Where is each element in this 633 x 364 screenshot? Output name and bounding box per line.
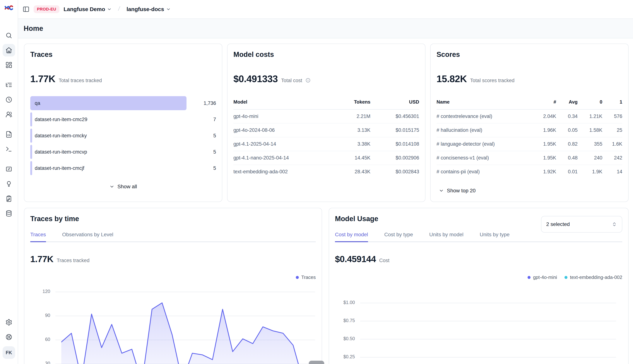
score-table-row: # contains-pii (eval)1.92K0.011.9K14 (436, 165, 622, 178)
bar-value: 5 (213, 149, 216, 155)
total-cost-label: Total cost (281, 78, 302, 84)
org-switcher[interactable]: Langfuse Demo (64, 6, 112, 12)
chevron-down-icon (109, 184, 115, 189)
langfuse-logo-icon (4, 3, 14, 12)
bar-label: dataset-run-item-cmc29 (35, 117, 87, 122)
tab-cost-by-type[interactable]: Cost by type (384, 232, 413, 242)
trace-bar-row: dataset-run-item-cmc297 (30, 112, 216, 126)
breadcrumb-separator (116, 5, 123, 13)
life-buoy-icon (5, 334, 12, 340)
langfuse-logo[interactable] (4, 3, 14, 12)
dashboards-icon (5, 62, 12, 68)
cost-table-row: gpt-4o-2024-08-063.13K$0.015175 (233, 123, 419, 137)
environment-badge: PROD-EU (34, 5, 60, 13)
gridline (360, 303, 616, 303)
bar-fill (30, 161, 32, 175)
sidebar-item-playground[interactable] (3, 143, 15, 156)
traces-by-time-tabs: TracesObservations by Level (30, 232, 316, 242)
sidebar-item-sessions[interactable] (3, 94, 15, 106)
show-top-20-button[interactable]: Show top 20 (436, 187, 478, 194)
info-icon[interactable] (305, 78, 311, 83)
database-icon (5, 210, 12, 217)
gridline (360, 321, 616, 321)
trace-bar-row: dataset-run-item-cmcky5 (30, 129, 216, 143)
model-usage-card: Model Usage 2 selected Cost by modelCost… (329, 208, 628, 364)
sidebar: FK (0, 0, 18, 364)
page-title: Home (24, 24, 43, 32)
model-select[interactable]: 2 selected (541, 216, 622, 232)
sidebar-toggle-button[interactable] (23, 6, 30, 13)
score-table-row: # conciseness-v1 (eval)1.95K0.48240242 (436, 151, 622, 165)
langfuse-app: FK PROD-EU Langfuse Demo langfuse-docs H… (0, 0, 633, 364)
bar-fill (30, 145, 32, 159)
sidebar-item-dashboards[interactable] (3, 59, 15, 71)
sidebar-item-settings[interactable] (3, 316, 15, 328)
topbar: PROD-EU Langfuse Demo langfuse-docs (18, 0, 633, 18)
bar-value: 1,736 (204, 100, 216, 106)
chevrons-up-down-icon (611, 222, 617, 227)
clock-icon (5, 96, 12, 103)
show-all-label: Show all (118, 184, 137, 190)
sidebar-item-datasets[interactable] (3, 207, 15, 220)
user-avatar[interactable]: FK (3, 346, 15, 359)
file-code-icon (5, 131, 12, 138)
main-area: PROD-EU Langfuse Demo langfuse-docs Home… (18, 0, 633, 364)
chevron-down-icon (439, 188, 444, 193)
sidebar-item-evaluation[interactable] (3, 163, 15, 175)
usage-cost-label: Cost (379, 258, 390, 264)
tab-units-by-type[interactable]: Units by type (480, 232, 510, 242)
list-tree-icon (5, 82, 12, 88)
y-tick-label: $0.25 (335, 354, 355, 360)
bar-fill (30, 129, 32, 143)
page-header: Home (18, 18, 633, 38)
tab-cost-by-model[interactable]: Cost by model (335, 232, 368, 242)
scrollbar-thumb[interactable] (309, 361, 324, 364)
clipboard-pen-icon (5, 195, 12, 202)
show-all-button[interactable]: Show all (107, 183, 139, 190)
bar-label: dataset-run-item-cmcjf (35, 166, 84, 171)
bar-fill (30, 96, 187, 110)
cost-table-row: gpt-4.1-nano-2025-04-1414.45K$0.002906 (233, 151, 419, 165)
chevron-down-icon (166, 7, 171, 12)
cost-table-header: Model Tokens USD (233, 99, 419, 105)
bar-fill (30, 112, 32, 126)
y-tick-label: $0.75 (335, 318, 355, 323)
traces-tracked-value: 1.77K (30, 254, 53, 264)
y-tick-label: $1.00 (335, 300, 355, 305)
users-icon (5, 111, 12, 118)
traces-by-time-title: Traces by time (30, 215, 316, 223)
scores-total-label: Total scores tracked (470, 78, 514, 84)
gridline (360, 339, 616, 340)
sidebar-item-users[interactable] (3, 108, 15, 121)
tab-units-by-model[interactable]: Units by model (429, 232, 463, 242)
project-name: langfuse-docs (127, 6, 164, 12)
y-tick-label: 90 (30, 313, 50, 318)
bar-label: dataset-run-item-cmcky (35, 133, 87, 138)
trace-bar-row: qa1,736 (30, 96, 216, 110)
show-top-20-label: Show top 20 (447, 188, 476, 194)
gridline (360, 357, 616, 358)
tab-traces[interactable]: Traces (30, 232, 46, 242)
cost-table-body: gpt-4o-mini2.21M$0.456301gpt-4o-2024-08-… (233, 110, 419, 178)
model-costs-card: Model costs $0.491333 Total cost Model T… (227, 44, 425, 202)
sidebar-item-suggestions[interactable] (3, 178, 15, 190)
traces-tracked-label: Traces tracked (57, 258, 90, 264)
tab-observations-by-level[interactable]: Observations by Level (62, 232, 113, 242)
traces-card-title: Traces (30, 50, 216, 58)
score-table-row: # contextrelevance (eval)2.04K0.341.21K5… (436, 110, 622, 123)
sidebar-item-search[interactable] (3, 29, 15, 42)
sidebar-item-annotation[interactable] (3, 192, 15, 205)
traces-card: Traces 1.77K Total traces tracked qa1,73… (24, 44, 222, 202)
sidebar-item-home[interactable] (3, 44, 15, 56)
score-table-row: # language-detector (eval)1.95K0.823551.… (436, 137, 622, 151)
y-tick-label: 120 (30, 289, 50, 294)
terminal-icon (5, 146, 12, 153)
sidebar-bottom: FK (3, 316, 15, 364)
sidebar-item-prompts[interactable] (3, 128, 15, 141)
lightbulb-icon (5, 180, 12, 187)
traces-area-chart (61, 275, 316, 364)
sidebar-item-support[interactable] (3, 331, 15, 343)
traces-tracked-metric: 1.77K Traces tracked (30, 254, 316, 264)
project-switcher[interactable]: langfuse-docs (127, 6, 171, 12)
sidebar-item-tracing[interactable] (3, 79, 15, 91)
